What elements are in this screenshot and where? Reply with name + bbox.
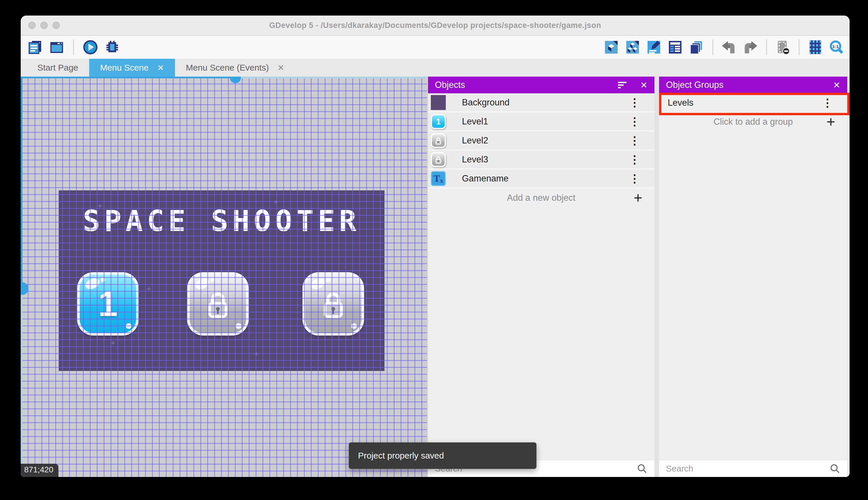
gloss-highlight [326,278,331,282]
level2-thumbnail [431,133,446,148]
toolbar-separator [73,39,74,55]
undo-icon[interactable] [721,39,737,55]
object-menu-icon[interactable]: ⋮ [629,154,640,165]
debug-preview-icon[interactable] [105,39,120,55]
star-sparkle: + [147,284,151,293]
object-menu-icon[interactable]: ⋮ [629,116,640,127]
gloss-highlight [210,278,215,282]
scene-window-icon[interactable] [49,39,64,55]
object-menu-icon[interactable]: ⋮ [629,135,640,146]
horizontal-scrollbar-track[interactable] [235,77,427,78]
object-row-level3[interactable]: Level3 ⋮ [428,150,655,169]
object-row-background[interactable]: Background ⋮ [428,93,655,112]
object-row-level2[interactable]: Level2 ⋮ [428,131,655,150]
gloss-highlight [236,323,242,329]
toolbar-right: 1:1 [603,39,844,55]
minimize-window-icon[interactable] [40,22,48,29]
toolbar-left [27,39,120,55]
save-toast: Project properly saved [349,442,537,469]
toolbar-separator [766,39,767,55]
group-name: Levels [668,98,694,108]
filter-icon[interactable] [618,81,628,89]
object-name: Level2 [462,135,488,146]
tab-label: Menu Scene (Events) [186,63,269,72]
vertical-scrollbar-track[interactable] [21,77,22,289]
star-sparkle: + [254,349,258,358]
search-icon [637,463,647,474]
zoom-window-icon[interactable] [52,22,60,29]
object-row-gamename[interactable]: Tx Gamename ⋮ [428,169,655,189]
panel-divider[interactable] [655,77,659,477]
gloss-highlight [351,323,357,329]
object-menu-icon[interactable]: ⋮ [629,97,640,108]
scene-editor-canvas[interactable]: + + + + + + SPACE SHOOTER 1 [21,77,427,477]
close-panel-icon[interactable]: ✕ [833,80,840,90]
add-object-label: Add a new object [507,193,576,203]
object-row-level1[interactable]: 1 Level1 ⋮ [428,112,655,131]
groups-panel-title: Object Groups [666,80,724,90]
tab-close-icon[interactable]: ✕ [157,63,164,72]
objects-editor-icon[interactable] [603,39,619,55]
group-menu-icon[interactable]: ⋮ [822,97,833,108]
game-title-text[interactable]: SPACE SHOOTER [59,204,385,238]
level1-button[interactable]: 1 [77,272,139,336]
object-groups-editor-icon[interactable] [625,39,640,55]
group-row-levels[interactable]: Levels ⋮ [659,93,847,112]
toast-message: Project properly saved [358,451,444,461]
gloss-highlight [101,278,105,282]
lock-icon [317,288,349,320]
object-menu-icon[interactable]: ⋮ [629,173,640,184]
background-thumbnail [431,95,446,110]
title-bar: GDevelop 5 - /Users/dkarakay/Documents/G… [21,15,849,36]
window-title: GDevelop 5 - /Users/dkarakay/Documents/G… [269,21,601,30]
groups-panel-header: Object Groups ✕ [659,77,847,93]
tab-start-page[interactable]: Start Page [26,59,89,77]
object-name: Gamename [462,173,508,184]
tab-menu-scene[interactable]: Menu Scene ✕ [89,59,175,77]
tab-label: Start Page [37,63,78,72]
cursor-coordinates-badge: 871;420 [21,464,58,477]
groups-search-bar [659,460,847,477]
project-manager-icon[interactable] [27,39,43,55]
tab-close-icon[interactable]: ✕ [278,63,284,72]
level1-thumbnail: 1 [431,114,446,129]
plus-icon: + [826,114,835,129]
toggle-grid-icon[interactable] [808,39,823,55]
zoom-ratio-label: 1:1 [832,44,839,49]
toolbar-separator [799,39,799,55]
add-object-button[interactable]: Add a new object + [428,189,655,207]
horizontal-scrollbar-track[interactable] [21,77,235,78]
objects-panel-title: Objects [435,80,465,90]
traffic-lights [28,15,60,35]
properties-icon[interactable] [646,39,662,55]
close-panel-icon[interactable]: ✕ [640,80,647,90]
add-group-label: Click to add a group [714,117,793,127]
level2-button[interactable] [187,272,249,336]
tab-label: Menu Scene [100,63,149,72]
add-group-button[interactable]: Click to add a group + [659,112,847,131]
close-window-icon[interactable] [28,22,36,29]
object-name: Background [462,97,509,108]
vertical-scrollbar-thumb[interactable] [21,282,28,295]
lock-icon [434,155,443,164]
layers-editor-icon[interactable] [689,39,704,55]
star-sparkle: + [111,338,115,347]
play-preview-icon[interactable] [83,39,98,55]
tab-menu-scene-events[interactable]: Menu Scene (Events) ✕ [175,59,295,77]
window-mask-icon[interactable] [775,39,790,55]
toolbar: 1:1 [21,36,849,59]
scene-background[interactable]: + + + + + + SPACE SHOOTER 1 [59,190,385,371]
groups-search-input[interactable] [666,464,830,474]
zoom-original-icon[interactable]: 1:1 [829,39,844,55]
groups-panel-empty-space [659,131,847,460]
vertical-scrollbar-track[interactable] [21,289,22,477]
instances-list-icon[interactable] [667,39,683,55]
lock-icon [202,288,234,320]
redo-icon[interactable] [742,39,758,55]
gdevelop-window: GDevelop 5 - /Users/dkarakay/Documents/G… [21,15,849,477]
level3-thumbnail [431,152,446,167]
level3-button[interactable] [303,272,364,336]
horizontal-scrollbar-thumb[interactable] [230,77,241,83]
objects-panel-empty-space [428,207,655,460]
toolbar-separator [712,39,713,55]
